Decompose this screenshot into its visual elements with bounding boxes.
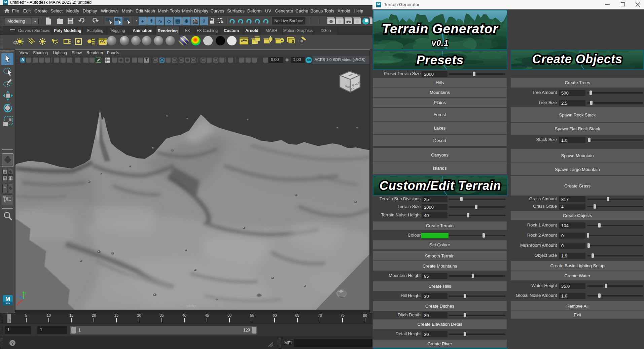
svg-text:v0.1: v0.1	[432, 38, 449, 47]
svg-text:persp: persp	[186, 304, 196, 308]
svg-text:z: z	[16, 294, 18, 298]
svg-text:S: S	[292, 39, 294, 43]
svg-text:M: M	[4, 0, 7, 4]
svg-text:M: M	[377, 2, 380, 6]
svg-text:IPR: IPR	[346, 21, 351, 24]
svg-text:M: M	[5, 296, 10, 302]
svg-text:AYA: AYA	[5, 302, 10, 305]
svg-text:Custom/Edit Terrain: Custom/Edit Terrain	[380, 179, 501, 193]
svg-text:x: x	[16, 303, 18, 307]
svg-text:Presets: Presets	[417, 53, 464, 67]
svg-text:Terrain Generator: Terrain Generator	[382, 22, 499, 36]
svg-text:Create Objects: Create Objects	[532, 52, 622, 66]
svg-text:y: y	[25, 291, 26, 295]
